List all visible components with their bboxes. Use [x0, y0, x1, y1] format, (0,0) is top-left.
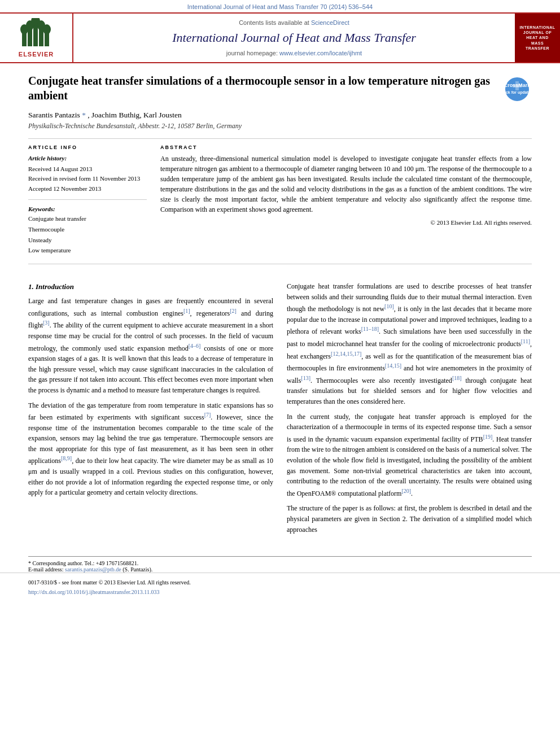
body-right-column: Conjugate heat transfer formulations are…: [287, 281, 532, 539]
divider-info: [28, 199, 147, 200]
article-header-section: Conjugate heat transfer simulations of a…: [0, 63, 560, 281]
svg-rect-3: [39, 28, 43, 46]
journal-reference-bar: International Journal of Heat and Mass T…: [0, 0, 560, 12]
elsevier-tree-icon: [19, 18, 53, 49]
journal-title: International Journal of Heat and Mass T…: [172, 30, 415, 45]
contents-available-text: Contents lists available at ScienceDirec…: [239, 19, 349, 26]
history-label: Article history:: [28, 154, 147, 163]
footnote-divider: [28, 556, 532, 557]
svg-text:click for updates: click for updates: [504, 90, 531, 95]
corresponding-author-link[interactable]: *: [82, 111, 86, 119]
received-date: Received 14 August 2013: [28, 164, 147, 174]
doi-link[interactable]: http://dx.doi.org/10.1016/j.ijheatmasstr…: [28, 589, 159, 595]
affiliation: Physikalisch-Technische Bundesanstalt, A…: [28, 122, 532, 130]
revised-date: Received in revised form 11 November 201…: [28, 174, 147, 184]
article-info-column: ARTICLE INFO Article history: Received 1…: [28, 145, 147, 256]
abstract-column: ABSTRACT An unsteady, three-dimensional …: [160, 145, 532, 256]
sciencedirect-link[interactable]: ScienceDirect: [311, 19, 349, 26]
body-para-1: Large and fast temperature changes in ga…: [28, 296, 273, 395]
footnote-area: * Corresponding author. Tel.: +49 176715…: [0, 556, 560, 573]
email-note: E-mail address: sarantis.pantazis@ptb.de…: [28, 566, 532, 573]
abstract-text: An unsteady, three-dimensional numerical…: [160, 154, 532, 215]
elsevier-logo: ELSEVIER: [19, 18, 54, 58]
svg-point-9: [43, 24, 51, 34]
keywords-block: Keywords: Conjugate heat transfer Thermo…: [28, 206, 147, 256]
issn-note: 0017-9310/$ - see front matter © 2013 El…: [28, 579, 532, 587]
svg-rect-2: [33, 24, 38, 46]
journal-logo-right: INTERNATIONAL JOURNAL OF HEAT AND MASS T…: [515, 14, 560, 62]
info-abstract-section: ARTICLE INFO Article history: Received 1…: [28, 145, 532, 256]
svg-rect-1: [28, 28, 32, 46]
divider-2: [28, 264, 532, 264]
keywords-label: Keywords:: [28, 206, 147, 212]
article-info-block: Article history: Received 14 August 2013…: [28, 154, 147, 194]
body-content: 1. Introduction Large and fast temperatu…: [0, 281, 560, 551]
doi-link-line: http://dx.doi.org/10.1016/j.ijheatmasstr…: [28, 588, 532, 596]
body-para-4: In the current study, the conjugate heat…: [287, 412, 532, 499]
article-title-row: Conjugate heat transfer simulations of a…: [28, 73, 532, 103]
body-left-column: 1. Introduction Large and fast temperatu…: [28, 281, 273, 539]
elsevier-wordmark: ELSEVIER: [19, 51, 54, 58]
journal-title-block: Contents lists available at ScienceDirec…: [73, 14, 515, 62]
authors-line: Sarantis Pantazis * , Joachim Buthig, Ka…: [28, 111, 532, 120]
accepted-date: Accepted 12 November 2013: [28, 184, 147, 194]
keyword-2: Thermocouple: [28, 224, 147, 235]
corresponding-author-note: * Corresponding author. Tel.: +49 176715…: [28, 560, 532, 566]
journal-header: ELSEVIER Contents lists available at Sci…: [0, 12, 560, 63]
crossmark-icon: CrossMark click for updates: [504, 76, 531, 103]
author-email-link[interactable]: sarantis.pantazis@ptb.de: [65, 566, 121, 573]
article-title-text: Conjugate heat transfer simulations of a…: [28, 73, 502, 103]
body-para-2: The deviation of the gas temperature fro…: [28, 400, 273, 498]
copyright-line: © 2013 Elsevier Ltd. All rights reserved…: [160, 219, 532, 226]
divider-1: [28, 138, 532, 139]
svg-rect-14: [513, 84, 522, 88]
body-para-3: Conjugate heat transfer formulations are…: [287, 281, 532, 407]
article-info-heading: ARTICLE INFO: [28, 145, 147, 150]
homepage-link[interactable]: www.elsevier.com/locate/ijhmt: [279, 50, 362, 56]
crossmark-badge[interactable]: CrossMark click for updates: [502, 73, 532, 103]
keyword-1: Conjugate heat transfer: [28, 213, 147, 224]
keyword-4: Low temperature: [28, 245, 147, 256]
body-two-col: 1. Introduction Large and fast temperatu…: [28, 281, 532, 539]
journal-reference-text: International Journal of Heat and Mass T…: [187, 3, 373, 10]
page: International Journal of Heat and Mass T…: [0, 0, 560, 747]
body-para-5: The structure of the paper is as follows…: [287, 503, 532, 535]
journal-homepage: journal homepage: www.elsevier.com/locat…: [226, 50, 362, 56]
intro-section-title: 1. Introduction: [28, 281, 273, 292]
abstract-heading: ABSTRACT: [160, 145, 532, 150]
keyword-3: Unsteady: [28, 235, 147, 246]
elsevier-logo-block: ELSEVIER: [0, 14, 73, 62]
footer: 0017-9310/$ - see front matter © 2013 El…: [0, 573, 560, 602]
